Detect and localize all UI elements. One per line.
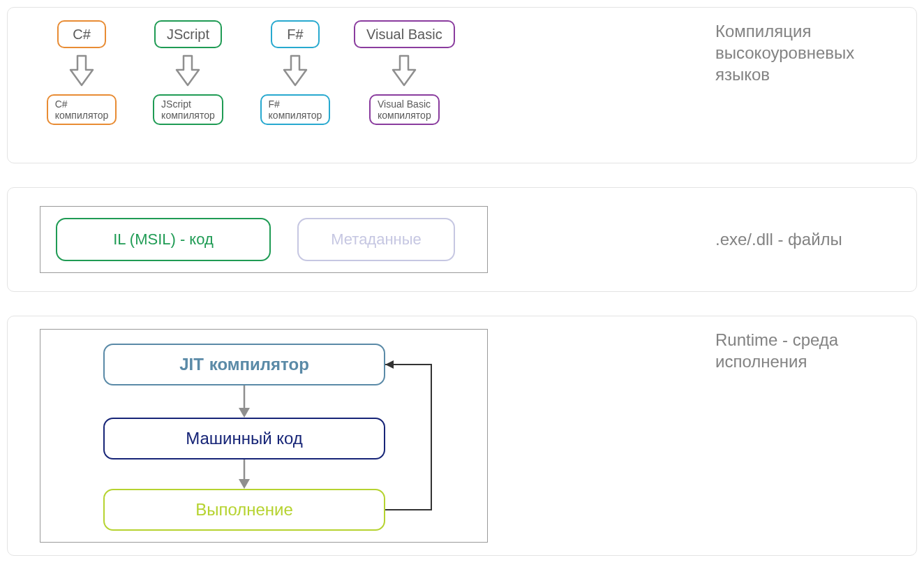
- compiler-box-csharp: C# компилятор: [47, 94, 117, 125]
- compiler-box-vb: Visual Basic компилятор: [369, 94, 440, 125]
- panel-runtime-caption: Runtime - среда исполнения: [707, 316, 916, 372]
- panel-compilation-caption: Компиляция высокоуровневых языков: [707, 8, 916, 86]
- column-jscript: JScript JScript компилятор: [129, 20, 246, 125]
- panel-files: IL (MSIL) - код Метаданные .exe/.dll - ф…: [7, 187, 917, 292]
- compiler-box-fsharp: F# компилятор: [260, 94, 331, 125]
- lang-box-vb: Visual Basic: [354, 20, 455, 48]
- svg-marker-4: [385, 360, 394, 369]
- runtime-frame: JIT компилятор Машинный код Выполнение: [40, 329, 488, 543]
- lang-box-jscript: JScript: [154, 20, 222, 48]
- arrow-down-icon: [129, 48, 246, 94]
- metadata-box: Метаданные: [297, 218, 455, 261]
- panel-runtime: JIT компилятор Машинный код Выполнение R…: [7, 316, 917, 556]
- column-csharp: C# C# компилятор: [37, 20, 126, 125]
- column-vb: Visual Basic Visual Basic компилятор: [343, 20, 465, 125]
- arrow-down-icon: [250, 48, 341, 94]
- panel-compilation: C# C# компилятор JScript JScript компиля…: [7, 7, 917, 163]
- file-frame: IL (MSIL) - код Метаданные: [40, 206, 488, 273]
- feedback-arrow-icon: [40, 330, 489, 543]
- lang-box-csharp: C#: [57, 20, 106, 48]
- panel-runtime-content: JIT компилятор Машинный код Выполнение: [8, 316, 707, 555]
- lang-box-fsharp: F#: [271, 20, 320, 48]
- compiler-box-jscript: JScript компилятор: [153, 94, 223, 125]
- panel-files-caption: .exe/.dll - файлы: [707, 228, 916, 250]
- panel-files-content: IL (MSIL) - код Метаданные: [8, 193, 707, 286]
- panel-compilation-content: C# C# компилятор JScript JScript компиля…: [8, 8, 707, 125]
- il-code-box: IL (MSIL) - код: [56, 218, 271, 261]
- column-fsharp: F# F# компилятор: [250, 20, 341, 125]
- arrow-down-icon: [343, 48, 465, 94]
- arrow-down-icon: [37, 48, 126, 94]
